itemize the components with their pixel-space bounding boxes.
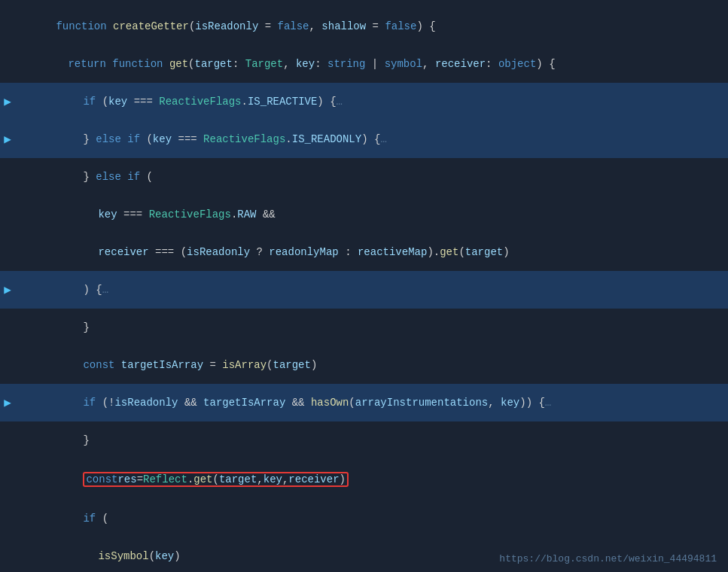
code-line-12: } (0, 421, 728, 459)
arrow-indicator: ▶ (0, 132, 15, 147)
code-line-4: ▶ } else if (key === ReactiveFlags.IS_RE… (0, 120, 728, 158)
code-line-6: key === ReactiveFlags.RAW && (0, 196, 728, 233)
code-line-10: const targetIsArray = isArray(target) (0, 346, 728, 384)
highlight-box-reflect: const res = Reflect.get(target, key, rec… (83, 472, 349, 487)
code-text-3: if (key === ReactiveFlags.IS_REACTIVE) {… (15, 84, 728, 120)
code-text-11: if (!isReadonly && targetIsArray && hasO… (15, 385, 728, 421)
code-text-1: function createGetter(isReadonly = false… (15, 8, 728, 44)
code-line-3: ▶ if (key === ReactiveFlags.IS_REACTIVE)… (0, 83, 728, 120)
arrow-indicator: ▶ (0, 282, 15, 297)
code-text-7: receiver === (isReadonly ? readonlyMap :… (15, 234, 728, 270)
code-text-14: if ( (15, 500, 728, 537)
code-editor: function createGetter(isReadonly = false… (0, 0, 728, 572)
code-line-11: ▶ if (!isReadonly && targetIsArray && ha… (0, 384, 728, 421)
footer-url: https://blog.csdn.net/weixin_44494811 (499, 553, 717, 564)
code-text-12: } (15, 422, 728, 458)
arrow-indicator: ▶ (0, 94, 15, 109)
code-line-13: const res = Reflect.get(target, key, rec… (0, 459, 728, 500)
code-text-9: } (15, 309, 728, 345)
code-text-8: ) {… (15, 272, 728, 308)
code-line-14: if ( (0, 500, 728, 537)
code-line-8: ▶ ) {… (0, 271, 728, 309)
arrow-indicator: ▶ (0, 395, 15, 410)
code-line-2: return function get(target: Target, key:… (0, 45, 728, 83)
code-line-5: } else if ( (0, 158, 728, 196)
code-text-13: const res = Reflect.get(target, key, rec… (15, 460, 728, 499)
code-text-2: return function get(target: Target, key:… (15, 46, 728, 82)
code-line-7: receiver === (isReadonly ? readonlyMap :… (0, 233, 728, 271)
code-text-6: key === ReactiveFlags.RAW && (15, 196, 728, 233)
code-text-10: const targetIsArray = isArray(target) (15, 347, 728, 383)
code-line-9: } (0, 309, 728, 346)
code-text-4: } else if (key === ReactiveFlags.IS_READ… (15, 121, 728, 157)
code-text-5: } else if ( (15, 159, 728, 195)
code-line-1: function createGetter(isReadonly = false… (0, 8, 728, 45)
